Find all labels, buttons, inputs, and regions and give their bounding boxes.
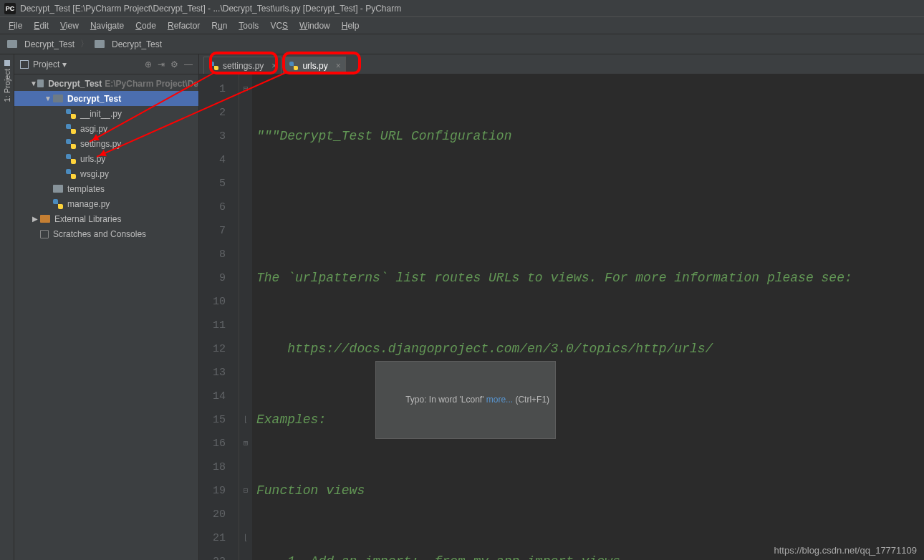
tree-file-manage[interactable]: · manage.py xyxy=(14,196,198,211)
tab-urls[interactable]: urls.py × xyxy=(283,57,345,74)
menu-file[interactable]: File xyxy=(4,19,27,32)
folder-icon xyxy=(7,40,17,48)
line-number: 11 xyxy=(199,314,226,337)
window-title: Decrypt_Test [E:\PyCharm Project\Decrypt… xyxy=(20,4,401,14)
code-text: The `urlpatterns` list routes URLs to vi… xyxy=(256,271,852,285)
menu-tools[interactable]: Tools xyxy=(234,19,263,32)
line-number: 12 xyxy=(199,337,226,361)
tree-package-decrypt-test[interactable]: ▼ Decrypt_Test xyxy=(14,91,198,106)
line-number: 15 xyxy=(199,408,226,432)
tree-label: asgi.py xyxy=(80,124,107,134)
tree-label: wsgi.py xyxy=(80,169,109,179)
line-number: 16 xyxy=(199,432,226,455)
project-tree: ▼ Decrypt_Test E:\PyCharm Project\De ▼ D… xyxy=(14,74,198,560)
breadcrumb: Decrypt_Test 〉 Decrypt_Test xyxy=(0,34,924,54)
fold-gutter: ⊟ ⌊ ⊞ ⊟ ⌊ xyxy=(239,74,252,560)
line-number: 21 xyxy=(199,526,226,550)
code-text: """Decrypt_Test URL Configuration xyxy=(256,129,511,143)
tree-file-settings[interactable]: · settings.py xyxy=(14,136,198,151)
menu-edit[interactable]: Edit xyxy=(29,19,53,32)
menu-navigate[interactable]: Navigate xyxy=(86,19,128,32)
menu-window[interactable]: Window xyxy=(295,19,335,32)
fold-end-icon[interactable]: ⌊ xyxy=(239,408,252,432)
menu-view[interactable]: View xyxy=(56,19,83,32)
folder-icon xyxy=(95,40,105,48)
hide-icon[interactable]: — xyxy=(184,59,193,69)
line-number: 19 xyxy=(199,479,226,503)
menu-bar: File Edit View Navigate Code Refactor Ru… xyxy=(0,17,924,34)
code-text: Examples: xyxy=(256,412,326,427)
fold-toggle-icon[interactable]: ⊟ xyxy=(239,479,252,503)
collapse-all-icon[interactable]: ⇥ xyxy=(158,59,165,69)
project-header-dropdown-icon[interactable]: ▾ xyxy=(62,59,67,69)
tree-file-init[interactable]: · __init__.py xyxy=(14,106,198,121)
line-number: 6 xyxy=(199,195,226,219)
menu-code[interactable]: Code xyxy=(131,19,160,32)
line-number: 22 xyxy=(199,550,226,560)
line-number: 1 xyxy=(199,77,226,101)
fold-end-icon[interactable]: ⌊ xyxy=(239,526,252,550)
tab-label: urls.py xyxy=(302,61,327,71)
close-icon[interactable]: × xyxy=(271,61,276,71)
tree-label: urls.py xyxy=(80,154,105,164)
editor[interactable]: 1 2 3 4 5 6 7 8 9 10 11 12 13 14 15 16 1… xyxy=(199,74,924,560)
project-header-title[interactable]: Project xyxy=(33,59,59,69)
line-number: 20 xyxy=(199,503,226,526)
tooltip-shortcut: (Ctrl+F1) xyxy=(513,395,549,405)
tab-label: settings.py xyxy=(223,61,264,71)
project-view-icon xyxy=(20,60,29,69)
app-icon: PC xyxy=(4,3,16,14)
tree-label: templates xyxy=(67,184,105,194)
project-tool-icon[interactable] xyxy=(4,60,10,66)
tree-label: manage.py xyxy=(67,199,110,209)
tree-label: settings.py xyxy=(80,139,121,149)
fold-toggle-icon[interactable]: ⊟ xyxy=(239,77,252,101)
project-tool-label[interactable]: 1: Project xyxy=(3,69,11,102)
tooltip-more-link[interactable]: more... xyxy=(486,395,513,405)
breadcrumb-root[interactable]: Decrypt_Test xyxy=(24,39,74,49)
close-icon[interactable]: × xyxy=(336,61,341,71)
line-number: 18 xyxy=(199,455,226,479)
tab-settings[interactable]: settings.py × xyxy=(203,57,281,74)
line-number: 7 xyxy=(199,219,226,243)
gear-icon[interactable]: ⚙ xyxy=(170,59,178,69)
tree-label: Decrypt_Test xyxy=(67,94,121,104)
tool-window-bar-left: 1: Project xyxy=(0,54,14,560)
line-number: 4 xyxy=(199,148,226,172)
tree-external-libraries[interactable]: ▶ External Libraries xyxy=(14,211,198,226)
tree-scratches[interactable]: · Scratches and Consoles xyxy=(14,226,198,241)
tree-label: __init__.py xyxy=(80,109,122,119)
line-number: 13 xyxy=(199,361,226,385)
line-number: 5 xyxy=(199,172,226,195)
tree-project-root[interactable]: ▼ Decrypt_Test E:\PyCharm Project\De xyxy=(14,76,198,91)
tree-label: Decrypt_Test xyxy=(48,79,102,89)
tree-file-asgi[interactable]: · asgi.py xyxy=(14,121,198,136)
menu-vcs[interactable]: VCS xyxy=(266,19,292,32)
tree-label: External Libraries xyxy=(54,214,121,224)
tree-folder-templates[interactable]: · templates xyxy=(14,181,198,196)
tree-file-urls[interactable]: · urls.py xyxy=(14,151,198,166)
locate-target-icon[interactable]: ⊕ xyxy=(145,59,152,69)
menu-run[interactable]: Run xyxy=(207,19,231,32)
tree-label: Scratches and Consoles xyxy=(53,229,146,239)
python-file-icon xyxy=(210,62,218,70)
code-content[interactable]: """Decrypt_Test URL Configuration The `u… xyxy=(252,74,924,560)
fold-toggle-icon[interactable]: ⊞ xyxy=(239,432,252,455)
inspection-tooltip[interactable]: Typo: In word 'Lconf' more... (Ctrl+F1) xyxy=(375,361,556,439)
title-bar: PC Decrypt_Test [E:\PyCharm Project\Decr… xyxy=(0,0,924,17)
line-number: 14 xyxy=(199,385,226,408)
menu-refactor[interactable]: Refactor xyxy=(163,19,204,32)
line-number: 2 xyxy=(199,101,226,125)
menu-help[interactable]: Help xyxy=(337,19,364,32)
project-header: Project ▾ ⊕ ⇥ ⚙ — xyxy=(14,54,198,74)
python-file-icon xyxy=(289,62,298,70)
line-number: 8 xyxy=(199,243,226,266)
tree-file-wsgi[interactable]: · wsgi.py xyxy=(14,166,198,181)
breadcrumb-child[interactable]: Decrypt_Test xyxy=(112,39,162,49)
project-tool-window: Project ▾ ⊕ ⇥ ⚙ — ▼ Decrypt_Test E:\PyCh… xyxy=(14,54,199,560)
line-number-gutter: 1 2 3 4 5 6 7 8 9 10 11 12 13 14 15 16 1… xyxy=(199,74,239,560)
editor-area: settings.py × urls.py × 1 2 3 4 5 6 7 8 … xyxy=(199,54,924,560)
line-number: 10 xyxy=(199,290,226,314)
code-text: Function views xyxy=(256,483,365,498)
breadcrumb-separator-icon: 〉 xyxy=(80,38,89,50)
